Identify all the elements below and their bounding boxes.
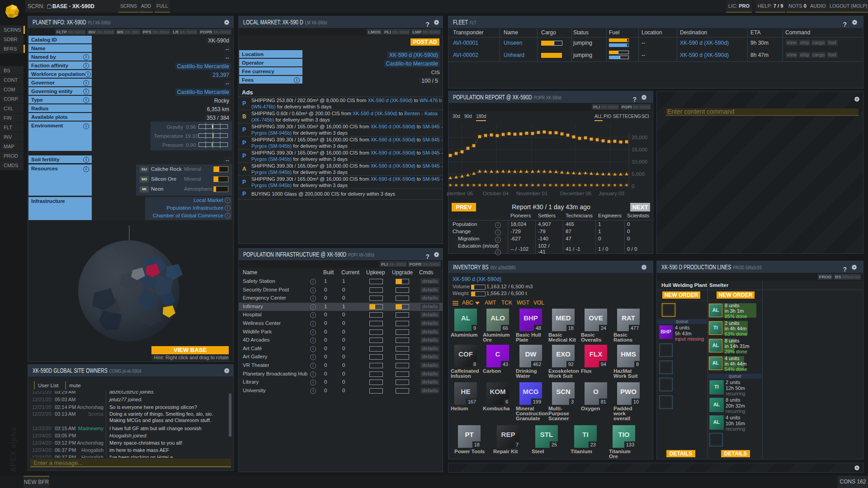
svg-text:10,000: 10,000: [632, 159, 647, 164]
svg-text:15,000: 15,000: [632, 147, 647, 152]
svg-text:20,000: 20,000: [632, 135, 647, 140]
svg-text:5,000: 5,000: [632, 171, 645, 177]
svg-text:0: 0: [632, 183, 634, 189]
